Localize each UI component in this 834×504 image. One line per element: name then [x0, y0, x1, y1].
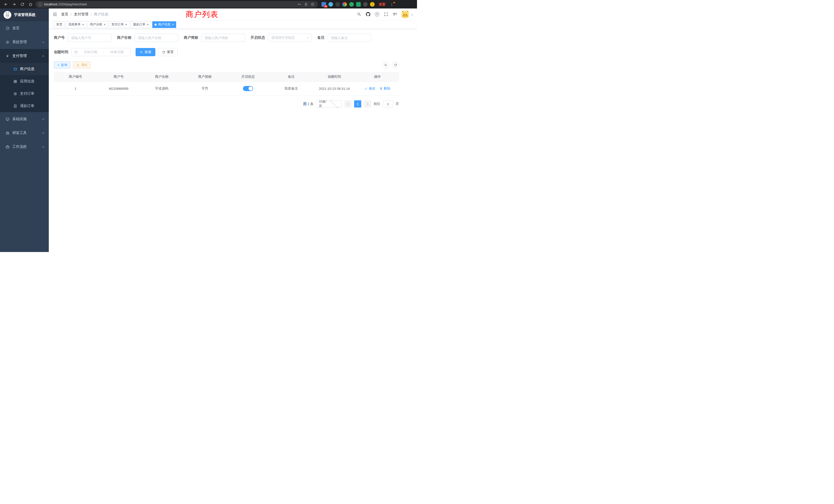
share-icon[interactable]	[304, 2, 308, 7]
status-toggle[interactable]	[243, 86, 253, 91]
extension-puzzle-icon[interactable]: 10	[322, 2, 326, 7]
end-date-placeholder[interactable]: 结束日期	[106, 50, 128, 54]
chevron-up-icon	[42, 55, 45, 58]
start-date-placeholder[interactable]: 开始日期	[80, 50, 101, 54]
sidebar-item-infra[interactable]: 基础设施	[0, 112, 49, 126]
help-icon[interactable]: ?	[374, 12, 379, 17]
toolbox-icon	[5, 131, 10, 135]
delete-link[interactable]: 删除	[379, 86, 390, 91]
extension-color-icon[interactable]	[342, 2, 347, 7]
sidebar-item-app-info[interactable]: 应用信息	[0, 75, 49, 88]
page-info-icon[interactable]: i	[39, 3, 42, 6]
sidebar-item-system[interactable]: 系统管理	[0, 35, 49, 49]
url-text: localhost:1024/pay/merchant	[44, 2, 87, 6]
search-icon[interactable]	[356, 12, 361, 17]
sidebar-item-devtools[interactable]: 研发工具	[0, 126, 49, 140]
browser-menu-icon[interactable]: ⋮	[389, 2, 395, 6]
close-icon[interactable]: ×	[147, 23, 149, 26]
next-page-button[interactable]	[364, 100, 371, 108]
card-icon	[13, 67, 18, 71]
github-icon[interactable]	[366, 12, 371, 17]
browser-back-button[interactable]	[3, 1, 9, 8]
short-name-input[interactable]	[201, 33, 245, 42]
monitor-icon	[5, 117, 10, 121]
refresh-table-button[interactable]	[392, 61, 399, 69]
short-name-label: 商户简称	[184, 36, 198, 40]
extension-badge: 10	[324, 5, 328, 8]
breadcrumb-merchant: 商户信息	[94, 12, 108, 17]
url-bar[interactable]: i localhost:1024/pay/merchant	[36, 1, 318, 8]
chevron-right-icon	[366, 102, 369, 105]
full-name-label: 商户全称	[117, 36, 131, 40]
sidebar-item-merchant-info[interactable]: 商户信息	[0, 63, 49, 75]
sidebar-item-home[interactable]: 首页	[0, 21, 49, 35]
font-size-icon[interactable]: TT	[392, 12, 397, 17]
logo-rabbit-icon	[4, 11, 11, 19]
chevron-down-icon	[42, 117, 45, 120]
search-button[interactable]: 搜索	[136, 48, 155, 56]
breadcrumb-home[interactable]: 首页	[61, 12, 68, 17]
remark-input[interactable]	[328, 33, 371, 42]
tab-payment-order[interactable]: 支付订单×	[109, 21, 129, 28]
reset-button[interactable]: 重置	[158, 48, 178, 56]
top-navbar: 首页 / 支付管理 / 商户信息 商户列表 ? TT	[49, 8, 417, 20]
close-icon[interactable]: ×	[125, 23, 127, 26]
sidebar-item-payment-order[interactable]: 支付订单	[0, 88, 49, 100]
extension-paw-icon[interactable]	[363, 2, 368, 7]
add-button[interactable]: + 新增	[54, 61, 70, 69]
full-name-input[interactable]	[135, 33, 178, 42]
close-icon[interactable]: ×	[82, 23, 84, 26]
create-time-range-picker[interactable]: 开始日期 - 结束日期	[71, 48, 130, 56]
status-select[interactable]: 请选择开启状态	[268, 33, 312, 42]
tab-process-form[interactable]: 流程表单×	[66, 21, 86, 28]
page-size-select[interactable]: 10条/页	[316, 100, 342, 108]
close-icon[interactable]: ×	[172, 23, 174, 26]
goto-page-input[interactable]	[383, 100, 393, 108]
sidebar-item-workflow[interactable]: 工作流程	[0, 140, 49, 154]
password-key-icon[interactable]	[297, 2, 302, 7]
chevron-down-icon	[330, 99, 339, 108]
prev-page-button[interactable]	[344, 100, 352, 108]
collapse-sidebar-icon[interactable]	[52, 12, 58, 17]
extension-sheet-icon[interactable]	[356, 2, 361, 7]
export-button[interactable]: 导出	[73, 61, 91, 69]
user-avatar[interactable]	[401, 10, 409, 18]
extension-dark-icon[interactable]	[335, 2, 340, 7]
chevron-down-icon	[42, 41, 45, 43]
tab-user-group[interactable]: 用户分组×	[88, 21, 108, 28]
browser-reload-button[interactable]	[19, 1, 26, 8]
browser-update-button[interactable]: 更新	[379, 2, 386, 7]
avatar-caret-icon[interactable]	[411, 13, 413, 15]
tab-home[interactable]: 首页	[54, 21, 65, 28]
tab-merchant-info[interactable]: 商户信息×	[152, 21, 176, 28]
fullscreen-icon[interactable]	[383, 12, 389, 17]
sidebar-item-refund-order[interactable]: 退款订单	[0, 100, 49, 112]
extension-check-icon[interactable]	[349, 2, 354, 7]
breadcrumb-payment[interactable]: 支付管理	[74, 12, 88, 17]
active-dot	[155, 24, 157, 26]
bookmark-star-icon[interactable]	[310, 2, 315, 7]
page-unit-label: 页	[396, 101, 399, 106]
sidebar: 芋道管理系统 首页 系统管理 ¥ 支付管理	[0, 8, 49, 252]
status-label: 开启状态	[250, 36, 265, 40]
chevron-down-icon	[42, 131, 45, 134]
extension-face-icon[interactable]: :)	[370, 2, 375, 7]
app-logo[interactable]: 芋道管理系统	[0, 8, 49, 21]
browser-forward-button[interactable]	[11, 1, 18, 8]
merchant-no-input[interactable]	[68, 33, 111, 42]
page-number-button[interactable]: 1	[354, 100, 361, 108]
total-count: 共 1 条	[303, 101, 313, 106]
table-header-row: 商户编号 商户号 商户全称 商户简称 开启状态 备注 创建时间 操作	[54, 72, 399, 82]
show-search-button[interactable]	[382, 61, 389, 69]
chevron-down-icon	[42, 145, 45, 148]
tags-view-bar: 首页 流程表单× 用户分组× 支付订单× 退款订单× 商户信息×	[49, 20, 417, 29]
table-toolbar: + 新增 导出	[54, 61, 399, 69]
edit-link[interactable]: 修改	[365, 86, 375, 91]
sidebar-item-payment[interactable]: ¥ 支付管理	[0, 49, 49, 63]
tab-refund-order[interactable]: 退款订单×	[131, 21, 151, 28]
content: 商户号 商户全称 商户简称 开启状态 请选择开启状态	[49, 29, 417, 252]
record-icon	[13, 92, 18, 96]
close-icon[interactable]: ×	[104, 23, 106, 26]
extension-drop-icon[interactable]	[328, 2, 333, 7]
browser-home-button[interactable]	[27, 1, 34, 8]
